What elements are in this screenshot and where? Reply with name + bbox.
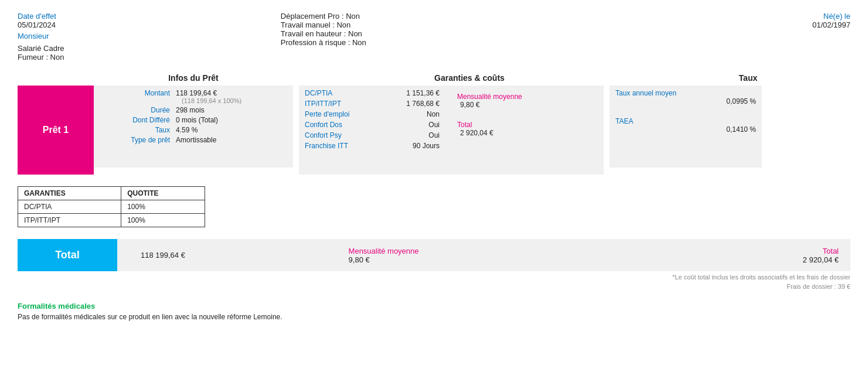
guarantees-table: GARANTIES QUOTITE DC/PTIA 100% ITP/ITT/I…: [18, 186, 205, 227]
travail-manuel: Travail manuel : Non: [281, 21, 622, 29]
formalites-text: Pas de formalités médicales sur ce produ…: [18, 313, 850, 321]
total-right-label: Total: [642, 247, 839, 255]
section-titles-row: Infos du Prêt Garanties & coûts Taux: [18, 73, 850, 83]
infos-pret-title: Infos du Prêt: [94, 73, 293, 83]
total-garanties-label: Total: [457, 121, 592, 129]
header-center: Déplacement Pro : Non Travail manuel : N…: [246, 12, 622, 62]
mensualite-label: Mensualité moyenne: [457, 93, 592, 101]
total-mensualite-value: 9,80 €: [349, 255, 643, 264]
garantie-dc-ptia: DC/PTIA: [18, 200, 121, 214]
mensualite-value: 9,80 €: [457, 101, 592, 109]
guarantees-table-section: GARANTIES QUOTITE DC/PTIA 100% ITP/ITT/I…: [18, 186, 850, 227]
formalites-section: Formalités médicales Pas de formalités m…: [18, 302, 850, 321]
confort-dos-value: Oui: [428, 121, 440, 129]
taux-annuel-label: Taux annuel moyen: [615, 89, 756, 97]
dc-ptia-value: 1 151,36 €: [406, 89, 440, 97]
taux-value: 4.59 %: [170, 126, 287, 134]
header-right: Né(e) le 01/02/1997: [622, 12, 850, 62]
total-mensualite-label: Mensualité moyenne: [349, 247, 643, 255]
profession-risque: Profession à risque : Non: [281, 38, 622, 47]
total-right-value: 2 920,04 €: [642, 255, 839, 264]
perte-emploi-value: Non: [427, 110, 440, 118]
franchise-itt-value: 90 Jours: [413, 142, 440, 150]
garantie-itp-itt-ipt: ITP/ITT/IPT: [18, 214, 121, 227]
garanties-title: Garanties & coûts: [299, 73, 640, 83]
gc-labels-col: DC/PTIA 1 151,36 € ITP/ITT/IPT 1 768,68 …: [305, 89, 440, 171]
dont-differe-value: 0 mois (Total): [170, 116, 287, 124]
taux-label: Taux: [100, 126, 170, 134]
perte-emploi-label: Perte d'emploi: [305, 110, 349, 118]
itp-itt-ipt-value: 1 768,68 €: [406, 100, 440, 108]
date-effet: 05/01/2024: [18, 21, 246, 29]
col-quotite: QUOTITE: [121, 187, 205, 200]
montant-value: 118 199,64 €: [176, 89, 287, 97]
quotite-dc-ptia: 100%: [121, 200, 205, 214]
confort-dos-label: Confort Dos: [305, 121, 342, 129]
total-mensualite-col: Mensualité moyenne 9,80 €: [337, 247, 643, 264]
formalites-title: Formalités médicales: [18, 302, 850, 310]
taux-block: Taux annuel moyen 0,0995 % TAEA 0,1410 %: [610, 86, 762, 175]
footnote-line2: Frais de dossier : 39 €: [18, 283, 850, 290]
type-pret-label: Type de prêt: [100, 136, 170, 144]
taea-value: 0,1410 %: [615, 125, 756, 134]
header-left: Date d'effet 05/01/2024 Monsieur Salarié…: [18, 12, 246, 62]
quotite-itp-itt-ipt: 100%: [121, 214, 205, 227]
mensualite-block: Mensualité moyenne 9,80 € Total 2 920,04…: [451, 89, 598, 171]
header: Date d'effet 05/01/2024 Monsieur Salarié…: [18, 12, 850, 62]
taux-title: Taux: [646, 73, 850, 83]
date-effet-label: Date d'effet: [18, 12, 246, 21]
franchise-itt-label: Franchise ITT: [305, 142, 348, 150]
total-garanties-value: 2 920,04 €: [457, 129, 592, 137]
ne-le-label: Né(e) le: [622, 12, 850, 21]
duree-value: 298 mois: [170, 106, 287, 114]
footnote-line1: *Le coût total inclus les droits associa…: [18, 274, 850, 281]
fumeur: Fumeur : Non: [18, 53, 246, 62]
taea-label: TAEA: [615, 117, 756, 125]
footnote-section: *Le coût total inclus les droits associa…: [18, 274, 850, 290]
montant-sub: (118 199,64 x 100%): [176, 97, 287, 104]
dc-ptia-label: DC/PTIA: [305, 89, 332, 97]
dont-differe-label: Dont Différé: [100, 116, 170, 124]
deplacement-pro: Déplacement Pro : Non: [281, 12, 622, 21]
total-section: Total 118 199,64 € Mensualité moyenne 9,…: [18, 239, 850, 271]
total-label-box: Total: [18, 239, 117, 271]
total-amount: 118 199,64 €: [117, 251, 337, 260]
col-garanties: GARANTIES: [18, 187, 121, 200]
total-right-col: Total 2 920,04 €: [642, 247, 850, 264]
pret1-label: Prêt 1: [18, 86, 94, 175]
montant-label: Montant: [100, 89, 170, 104]
table-row: DC/PTIA 100%: [18, 200, 205, 214]
salarie: Salarié Cadre: [18, 44, 246, 53]
type-pret-value: Amortissable: [170, 136, 287, 144]
infos-pret-block: Montant 118 199,64 € (118 199,64 x 100%)…: [94, 86, 293, 175]
garanties-couts-block: DC/PTIA 1 151,36 € ITP/ITT/IPT 1 768,68 …: [299, 86, 604, 175]
pret1-row: Prêt 1 Montant 118 199,64 € (118 199,64 …: [18, 86, 850, 175]
confort-psy-value: Oui: [428, 131, 440, 139]
table-row: ITP/ITT/IPT 100%: [18, 214, 205, 227]
duree-label: Durée: [100, 106, 170, 114]
itp-itt-ipt-label: ITP/ITT/IPT: [305, 100, 341, 108]
civilite: Monsieur: [18, 32, 246, 40]
confort-psy-label: Confort Psy: [305, 131, 342, 139]
taux-annuel-value: 0,0995 %: [615, 97, 756, 105]
travail-hauteur: Travail en hauteur : Non: [281, 29, 622, 38]
ne-le-date: 01/02/1997: [622, 21, 850, 29]
